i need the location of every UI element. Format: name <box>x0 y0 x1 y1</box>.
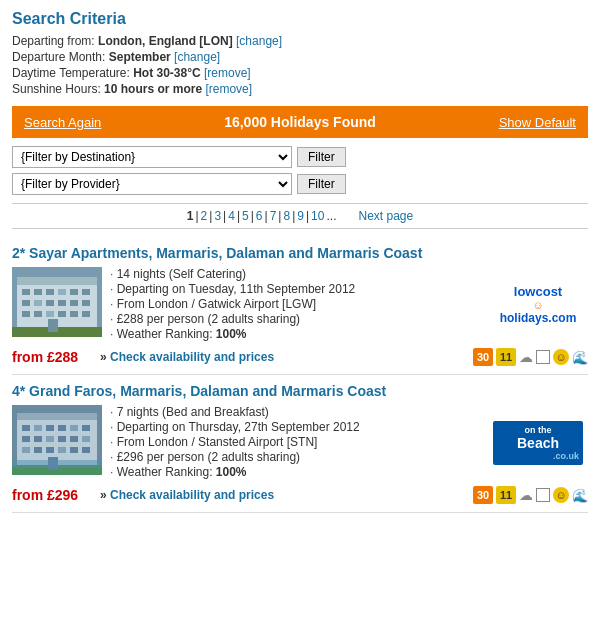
result-item-2: 4* Grand Faros, Marmaris, Dalaman and Ma… <box>12 375 588 513</box>
show-default-button[interactable]: Show Default <box>499 115 576 130</box>
checkbox-icon-2 <box>536 488 550 502</box>
sunshine-label: Sunshine Hours: <box>12 82 101 96</box>
criteria-month: Departure Month: September [change] <box>12 50 588 64</box>
result-2-details: 7 nights (Bed and Breakfast) Departing o… <box>110 405 480 480</box>
criteria-sunshine: Sunshine Hours: 10 hours or more [remove… <box>12 82 588 96</box>
svg-rect-16 <box>34 311 42 317</box>
svg-rect-43 <box>82 447 90 453</box>
svg-rect-38 <box>22 447 30 453</box>
filter-destination-button[interactable]: Filter <box>297 147 346 167</box>
result-1-details: 14 nights (Self Catering) Departing on T… <box>110 267 480 342</box>
result-2-logo: on the Beach .co.uk <box>488 405 588 480</box>
result-2-detail-0: 7 nights (Bed and Breakfast) <box>110 405 480 419</box>
page-6[interactable]: 6 <box>256 209 263 223</box>
filter-provider-select[interactable]: {Filter by Provider} <box>12 173 292 195</box>
svg-rect-28 <box>46 425 54 431</box>
result-2-check-link[interactable]: Check availability and prices <box>100 488 274 502</box>
result-2-body: 7 nights (Bed and Breakfast) Departing o… <box>12 405 588 480</box>
result-2-weather-icons: 30 11 ☁ ☺ 🌊 <box>473 486 588 504</box>
departing-value: London, England [LON] <box>98 34 233 48</box>
month-value: September <box>109 50 171 64</box>
result-2-footer: from £296 Check availability and prices … <box>12 486 588 504</box>
svg-rect-22 <box>48 319 58 332</box>
result-1-body: 14 nights (Self Catering) Departing on T… <box>12 267 588 342</box>
lowcostholidays-logo: lowcost ☺ holidays.com <box>500 284 577 325</box>
result-2-detail-2: From London / Stansted Airport [STN] <box>110 435 480 449</box>
svg-rect-4 <box>34 289 42 295</box>
svg-rect-7 <box>70 289 78 295</box>
page-4[interactable]: 4 <box>228 209 235 223</box>
smiley-icon: ☺ <box>553 349 569 365</box>
page-3[interactable]: 3 <box>214 209 221 223</box>
checkbox-icon <box>536 350 550 364</box>
temp-remove-link[interactable]: [remove] <box>204 66 251 80</box>
result-2-price: from £296 <box>12 487 92 503</box>
next-page-link[interactable]: Next page <box>358 209 413 223</box>
result-2-badge-yellow: 11 <box>496 486 516 504</box>
sunshine-remove-link[interactable]: [remove] <box>205 82 252 96</box>
result-2-title[interactable]: 4* Grand Faros, Marmaris, Dalaman and Ma… <box>12 383 588 399</box>
svg-rect-36 <box>70 436 78 442</box>
month-label: Departure Month: <box>12 50 105 64</box>
result-1-badge-orange: 30 <box>473 348 493 366</box>
result-2-detail-1: Departing on Thursday, 27th September 20… <box>110 420 480 434</box>
departing-change-link[interactable]: [change] <box>236 34 282 48</box>
page-1[interactable]: 1 <box>187 209 194 223</box>
svg-rect-37 <box>82 436 90 442</box>
search-again-button[interactable]: Search Again <box>24 115 101 130</box>
result-1-footer: from £288 Check availability and prices … <box>12 348 588 366</box>
svg-rect-29 <box>58 425 66 431</box>
result-1-image <box>12 267 102 337</box>
onthebeach-on-text: on the <box>525 425 552 435</box>
cloud-icon: ☁ <box>519 349 533 365</box>
svg-rect-20 <box>82 311 90 317</box>
filter-provider-button[interactable]: Filter <box>297 174 346 194</box>
result-1-badge-yellow: 11 <box>496 348 516 366</box>
svg-rect-32 <box>22 436 30 442</box>
svg-rect-30 <box>70 425 78 431</box>
search-bar: Search Again 16,000 Holidays Found Show … <box>12 106 588 138</box>
result-1-detail-4: Weather Ranking: 100% <box>110 327 480 341</box>
filter-destination-row: {Filter by Destination} Filter <box>12 146 588 168</box>
svg-rect-15 <box>22 311 30 317</box>
cloud-icon-2: ☁ <box>519 487 533 503</box>
result-2-detail-4: Weather Ranking: 100% <box>110 465 480 479</box>
svg-rect-14 <box>82 300 90 306</box>
result-1-weather-icons: 30 11 ☁ ☺ 🌊 <box>473 348 588 366</box>
result-1-title[interactable]: 2* Sayar Apartments, Marmaris, Dalaman a… <box>12 245 588 261</box>
page-8[interactable]: 8 <box>283 209 290 223</box>
month-change-link[interactable]: [change] <box>174 50 220 64</box>
svg-rect-46 <box>12 460 102 468</box>
page-9[interactable]: 9 <box>297 209 304 223</box>
svg-rect-11 <box>46 300 54 306</box>
page-10[interactable]: 10 <box>311 209 324 223</box>
svg-rect-26 <box>22 425 30 431</box>
pagination: 1 | 2 | 3 | 4 | 5 | 6 | 7 | 8 | 9 | 10 .… <box>12 203 588 229</box>
svg-rect-8 <box>82 289 90 295</box>
svg-rect-12 <box>58 300 66 306</box>
svg-rect-10 <box>34 300 42 306</box>
result-1-price: from £288 <box>12 349 92 365</box>
result-1-check-link[interactable]: Check availability and prices <box>100 350 274 364</box>
result-1-detail-1: Departing on Tuesday, 11th September 201… <box>110 282 480 296</box>
wave-icon: 🌊 <box>572 350 588 365</box>
page-2[interactable]: 2 <box>201 209 208 223</box>
result-2-image <box>12 405 102 475</box>
result-2-badge-orange: 30 <box>473 486 493 504</box>
page-5[interactable]: 5 <box>242 209 249 223</box>
page-wrapper: Search Criteria Departing from: London, … <box>0 0 600 523</box>
filter-destination-select[interactable]: {Filter by Destination} <box>12 146 292 168</box>
svg-rect-39 <box>34 447 42 453</box>
result-2-detail-3: £296 per person (2 adults sharing) <box>110 450 480 464</box>
svg-rect-31 <box>82 425 90 431</box>
criteria-departing: Departing from: London, England [LON] [c… <box>12 34 588 48</box>
filter-provider-row: {Filter by Provider} Filter <box>12 173 588 195</box>
temp-value: Hot 30-38°C <box>133 66 200 80</box>
svg-rect-33 <box>34 436 42 442</box>
svg-rect-34 <box>46 436 54 442</box>
temp-label: Daytime Temperature: <box>12 66 130 80</box>
result-1-logo: lowcost ☺ holidays.com <box>488 267 588 342</box>
svg-rect-42 <box>70 447 78 453</box>
page-7[interactable]: 7 <box>270 209 277 223</box>
holidays-found-label: 16,000 Holidays Found <box>224 114 376 130</box>
